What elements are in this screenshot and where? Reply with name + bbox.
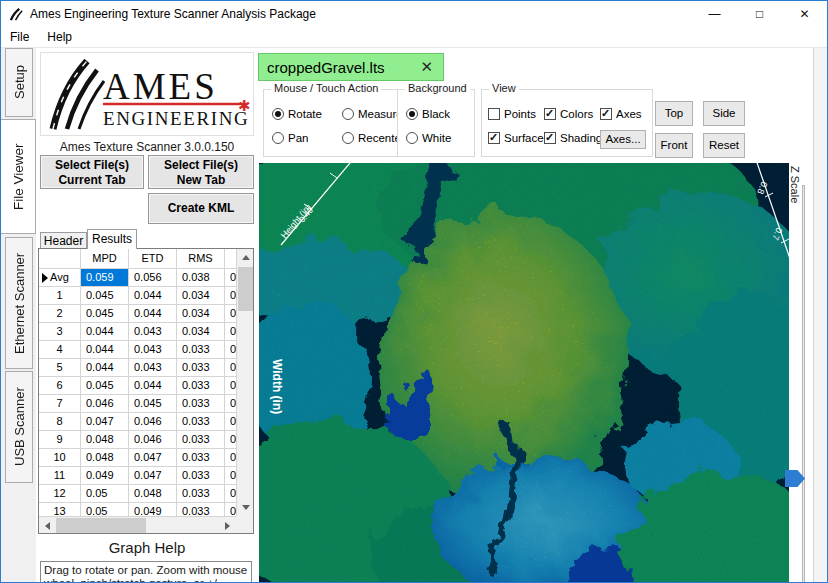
row-header[interactable]: 13 bbox=[39, 503, 81, 516]
cell[interactable]: 0.044 bbox=[129, 377, 177, 395]
horizontal-scroll-thumb[interactable] bbox=[56, 518, 146, 533]
cell[interactable]: 0.033 bbox=[177, 485, 225, 503]
checkbox-points[interactable]: Points bbox=[488, 108, 536, 120]
menu-file[interactable]: File bbox=[1, 28, 38, 46]
cell[interactable]: 0.033 bbox=[177, 449, 225, 467]
column-header-blank[interactable] bbox=[39, 249, 81, 268]
cell[interactable]: 0.049 bbox=[81, 467, 129, 485]
cell[interactable]: 0.046 bbox=[129, 413, 177, 431]
cell[interactable]: 0.044 bbox=[81, 341, 129, 359]
row-header[interactable]: 7 bbox=[39, 395, 81, 413]
cell[interactable]: 0.033 bbox=[177, 341, 225, 359]
checkbox-shading[interactable]: Shading bbox=[544, 132, 602, 144]
cell[interactable]: 0.033 bbox=[177, 503, 225, 516]
cell[interactable]: 0.044 bbox=[81, 323, 129, 341]
cell[interactable]: 0.048 bbox=[129, 485, 177, 503]
file-tab-close-icon[interactable]: ✕ bbox=[410, 58, 443, 76]
cell[interactable]: 0.056 bbox=[129, 269, 177, 287]
cell[interactable]: 0.048 bbox=[81, 449, 129, 467]
radio-rotate[interactable]: Rotate bbox=[272, 108, 322, 120]
maximize-button[interactable]: □ bbox=[737, 1, 782, 27]
cell[interactable]: 0.033 bbox=[177, 359, 225, 377]
row-header[interactable]: 2 bbox=[39, 305, 81, 323]
cell[interactable]: 0.046 bbox=[81, 395, 129, 413]
row-header[interactable]: 5 bbox=[39, 359, 81, 377]
radio-white[interactable]: White bbox=[406, 132, 451, 144]
z-scale-slider-track[interactable] bbox=[802, 185, 805, 583]
radio-black[interactable]: Black bbox=[406, 108, 450, 120]
cell[interactable]: 0.043 bbox=[129, 323, 177, 341]
row-header[interactable]: 9 bbox=[39, 431, 81, 449]
view-top-button[interactable]: Top bbox=[655, 101, 693, 126]
cell[interactable]: 0.059 bbox=[81, 269, 129, 287]
vertical-scroll-thumb[interactable] bbox=[238, 267, 253, 311]
cell[interactable]: 0.047 bbox=[129, 467, 177, 485]
menu-help[interactable]: Help bbox=[38, 28, 81, 46]
column-header-RMS[interactable]: RMS bbox=[177, 249, 225, 268]
cell[interactable]: 0.044 bbox=[81, 359, 129, 377]
view-side-button[interactable]: Side bbox=[703, 101, 745, 126]
3d-surface-plot[interactable]: Height (in) 0.40 0.8 0.7 Width (in) bbox=[259, 163, 789, 583]
row-header[interactable]: 11 bbox=[39, 467, 81, 485]
row-header[interactable]: 6 bbox=[39, 377, 81, 395]
cell[interactable]: 0.034 bbox=[177, 305, 225, 323]
row-header[interactable]: 10 bbox=[39, 449, 81, 467]
cell[interactable]: 0.045 bbox=[81, 287, 129, 305]
cell[interactable]: 0.05 bbox=[81, 485, 129, 503]
row-header[interactable]: Avg bbox=[39, 269, 81, 287]
create-kml-button[interactable]: Create KML bbox=[148, 193, 254, 224]
column-header-MPD[interactable]: MPD bbox=[81, 249, 129, 268]
side-tab-usb-scanner[interactable]: USB Scanner bbox=[5, 371, 33, 483]
cell[interactable]: 0.047 bbox=[129, 449, 177, 467]
scroll-right-icon[interactable] bbox=[219, 517, 236, 534]
radio-pan[interactable]: Pan bbox=[272, 132, 308, 144]
cell[interactable]: 0.034 bbox=[177, 287, 225, 305]
select-files-new-tab-button[interactable]: Select File(s) New Tab bbox=[148, 155, 254, 189]
view-reset-button[interactable]: Reset bbox=[703, 133, 745, 158]
cell[interactable]: 0.045 bbox=[81, 377, 129, 395]
row-header[interactable]: 3 bbox=[39, 323, 81, 341]
tab-header[interactable]: Header bbox=[40, 232, 87, 249]
column-header-ETD[interactable]: ETD bbox=[129, 249, 177, 268]
cell[interactable]: 0.045 bbox=[81, 305, 129, 323]
cell[interactable]: 0.033 bbox=[177, 467, 225, 485]
scroll-left-icon[interactable] bbox=[39, 517, 56, 534]
cell[interactable]: 0.033 bbox=[177, 431, 225, 449]
cell[interactable]: 0.034 bbox=[177, 323, 225, 341]
cell[interactable]: 0.043 bbox=[129, 341, 177, 359]
file-tab-croppedgravel[interactable]: croppedGravel.lts ✕ bbox=[258, 53, 444, 81]
side-tab-setup[interactable]: Setup bbox=[5, 48, 33, 117]
minimize-button[interactable]: — bbox=[692, 1, 737, 27]
cell[interactable]: 0.044 bbox=[129, 305, 177, 323]
scroll-up-icon[interactable] bbox=[237, 249, 254, 266]
vertical-scrollbar[interactable] bbox=[236, 249, 253, 516]
cell[interactable]: 0.05 bbox=[81, 503, 129, 516]
row-header[interactable]: 8 bbox=[39, 413, 81, 431]
axes-options-button[interactable]: Axes... bbox=[600, 130, 646, 149]
tab-results[interactable]: Results bbox=[87, 229, 137, 249]
cell[interactable]: 0.033 bbox=[177, 395, 225, 413]
cell[interactable]: 0.033 bbox=[177, 413, 225, 431]
checkbox-axes[interactable]: Axes bbox=[600, 108, 642, 120]
cell[interactable]: 0.049 bbox=[129, 503, 177, 516]
select-files-current-tab-button[interactable]: Select File(s) Current Tab bbox=[40, 155, 144, 189]
side-tab-ethernet-scanner[interactable]: Ethernet Scanner bbox=[5, 237, 33, 369]
row-header[interactable]: 4 bbox=[39, 341, 81, 359]
cell[interactable]: 0.045 bbox=[129, 395, 177, 413]
radio-measure[interactable]: Measure bbox=[342, 108, 403, 120]
checkbox-surface[interactable]: Surface bbox=[488, 132, 544, 144]
side-tab-file-viewer[interactable]: File Viewer bbox=[1, 119, 36, 234]
cell[interactable]: 0.038 bbox=[177, 269, 225, 287]
cell[interactable]: 0.046 bbox=[129, 431, 177, 449]
horizontal-scrollbar[interactable] bbox=[39, 516, 236, 533]
cell[interactable]: 0.048 bbox=[81, 431, 129, 449]
close-button[interactable]: ✕ bbox=[782, 1, 827, 27]
row-header[interactable]: 12 bbox=[39, 485, 81, 503]
row-header[interactable]: 1 bbox=[39, 287, 81, 305]
scroll-down-icon[interactable] bbox=[237, 499, 254, 516]
cell[interactable]: 0.044 bbox=[129, 287, 177, 305]
view-front-button[interactable]: Front bbox=[655, 133, 693, 158]
cell[interactable]: 0.043 bbox=[129, 359, 177, 377]
cell[interactable]: 0.047 bbox=[81, 413, 129, 431]
cell[interactable]: 0.033 bbox=[177, 377, 225, 395]
